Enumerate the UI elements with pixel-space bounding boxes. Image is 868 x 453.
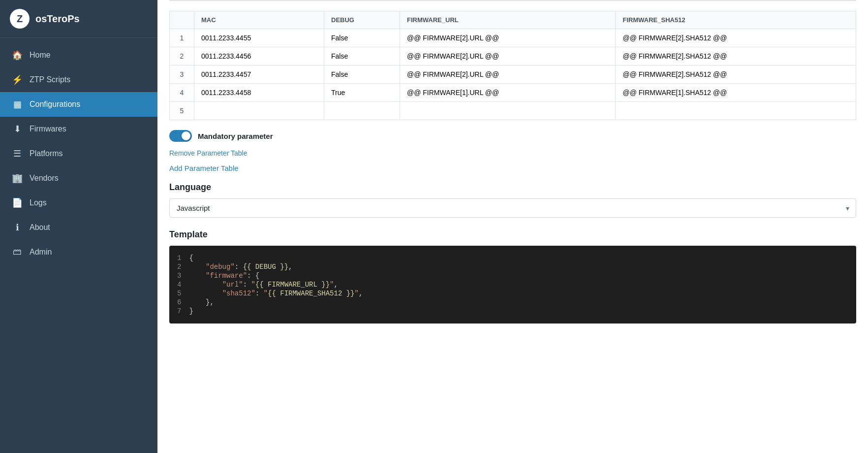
- sidebar-item-home[interactable]: 🏠 Home: [0, 43, 157, 67]
- row-mac: 0011.2233.4456: [194, 47, 324, 65]
- sidebar-item-vendors[interactable]: 🏢 Vendors: [0, 166, 157, 191]
- logs-icon: 📄: [12, 197, 23, 208]
- table-header: MAC DEBUG FIRMWARE_URL FIRMWARE_SHA512: [170, 11, 856, 29]
- row-fw-sha: @@ FIRMWARE[2].SHA512 @@: [616, 47, 856, 65]
- table-row[interactable]: 3 0011.2233.4457 False @@ FIRMWARE[2].UR…: [170, 65, 856, 84]
- line-number: 4: [169, 281, 189, 289]
- language-select-wrapper: JavascriptPythonBashJinja2 ▾: [169, 198, 856, 218]
- code-line: 1 {: [169, 254, 856, 262]
- sidebar-item-label-admin: Admin: [30, 248, 52, 257]
- sidebar-item-label-logs: Logs: [30, 198, 47, 207]
- code-line: 4 "url": "{{ FIRMWARE_URL }}",: [169, 280, 856, 289]
- remove-parameter-table-link[interactable]: Remove Parameter Table: [169, 149, 247, 157]
- line-content: {: [189, 254, 193, 262]
- home-icon: 🏠: [12, 50, 23, 61]
- main-content: MAC DEBUG FIRMWARE_URL FIRMWARE_SHA512 1…: [157, 0, 868, 453]
- line-content: }: [189, 307, 193, 315]
- sidebar-item-platforms[interactable]: ☰ Platforms: [0, 141, 157, 166]
- template-label: Template: [169, 229, 856, 240]
- table-row[interactable]: 1 0011.2233.4455 False @@ FIRMWARE[2].UR…: [170, 29, 856, 47]
- sidebar-item-admin[interactable]: 🗃 Admin: [0, 240, 157, 264]
- firmwares-icon: ⬇: [12, 124, 23, 134]
- row-fw-url: @@ FIRMWARE[2].URL @@: [400, 47, 616, 65]
- table-row[interactable]: 4 0011.2233.4458 True @@ FIRMWARE[1].URL…: [170, 84, 856, 102]
- sidebar-item-label-about: About: [30, 223, 50, 232]
- logo-icon: Z: [10, 9, 30, 29]
- line-number: 5: [169, 290, 189, 297]
- template-section: Template 1 { 2 "debug": {{ DEBUG }}, 3 "…: [169, 229, 856, 324]
- sidebar-item-ztp-scripts[interactable]: ⚡ ZTP Scripts: [0, 67, 157, 92]
- row-mac: [194, 102, 324, 120]
- sidebar-item-label-ztp-scripts: ZTP Scripts: [30, 75, 70, 84]
- row-num: 1: [170, 29, 194, 47]
- configurations-icon: ▦: [12, 99, 23, 110]
- table-body: 1 0011.2233.4455 False @@ FIRMWARE[2].UR…: [170, 29, 856, 120]
- about-icon: ℹ: [12, 222, 23, 233]
- mandatory-toggle[interactable]: [169, 130, 192, 142]
- line-number: 1: [169, 254, 189, 262]
- code-editor[interactable]: 1 { 2 "debug": {{ DEBUG }}, 3 "firmware"…: [169, 246, 856, 324]
- ztp-scripts-icon: ⚡: [12, 74, 23, 85]
- parameter-table: MAC DEBUG FIRMWARE_URL FIRMWARE_SHA512 1…: [169, 11, 856, 120]
- row-fw-url: @@ FIRMWARE[2].URL @@: [400, 29, 616, 47]
- sidebar-item-firmwares[interactable]: ⬇ Firmwares: [0, 117, 157, 141]
- row-num: 5: [170, 102, 194, 120]
- line-content: "firmware": {: [189, 272, 259, 280]
- platforms-icon: ☰: [12, 148, 23, 159]
- table-row[interactable]: 2 0011.2233.4456 False @@ FIRMWARE[2].UR…: [170, 47, 856, 65]
- row-fw-sha: [616, 102, 856, 120]
- sidebar-item-configurations[interactable]: ▦ Configurations: [0, 92, 157, 117]
- code-line: 6 },: [169, 298, 856, 307]
- language-label: Language: [169, 182, 856, 193]
- app-name: osTeroPs: [35, 13, 80, 25]
- vendors-icon: 🏢: [12, 173, 23, 184]
- line-content: "sha512": "{{ FIRMWARE_SHA512 }}",: [189, 290, 363, 297]
- toggle-thumb: [182, 131, 190, 140]
- col-mac: MAC: [194, 11, 324, 29]
- sidebar-logo: Z osTeroPs: [0, 0, 157, 38]
- line-number: 3: [169, 272, 189, 280]
- language-section: Language JavascriptPythonBashJinja2 ▾: [169, 182, 856, 218]
- row-fw-url: @@ FIRMWARE[1].URL @@: [400, 84, 616, 102]
- code-line: 3 "firmware": {: [169, 271, 856, 280]
- row-num: 4: [170, 84, 194, 102]
- toggle-track: [169, 130, 192, 142]
- add-parameter-table-link[interactable]: Add Parameter Table: [169, 164, 239, 172]
- admin-icon: 🗃: [12, 247, 23, 257]
- row-debug: False: [324, 65, 400, 84]
- line-number: 6: [169, 298, 189, 306]
- row-num: 2: [170, 47, 194, 65]
- line-number: 7: [169, 307, 189, 315]
- col-num: [170, 11, 194, 29]
- mandatory-label: Mandatory parameter: [198, 132, 273, 140]
- row-fw-sha: @@ FIRMWARE[1].SHA512 @@: [616, 84, 856, 102]
- table-header-row: MAC DEBUG FIRMWARE_URL FIRMWARE_SHA512: [170, 11, 856, 29]
- sidebar-item-about[interactable]: ℹ About: [0, 215, 157, 240]
- row-debug: [324, 102, 400, 120]
- line-content: "url": "{{ FIRMWARE_URL }}",: [189, 281, 338, 289]
- row-debug: True: [324, 84, 400, 102]
- line-number: 2: [169, 263, 189, 271]
- code-line: 5 "sha512": "{{ FIRMWARE_SHA512 }}",: [169, 289, 856, 298]
- row-fw-sha: @@ FIRMWARE[2].SHA512 @@: [616, 65, 856, 84]
- sidebar-nav: 🏠 Home ⚡ ZTP Scripts ▦ Configurations ⬇ …: [0, 38, 157, 453]
- row-mac: 0011.2233.4457: [194, 65, 324, 84]
- row-fw-sha: @@ FIRMWARE[2].SHA512 @@: [616, 29, 856, 47]
- language-select[interactable]: JavascriptPythonBashJinja2: [169, 198, 856, 218]
- row-fw-url: [400, 102, 616, 120]
- sidebar-item-label-configurations: Configurations: [30, 100, 80, 109]
- content-area: MAC DEBUG FIRMWARE_URL FIRMWARE_SHA512 1…: [157, 0, 868, 453]
- sidebar-item-logs[interactable]: 📄 Logs: [0, 191, 157, 215]
- line-content: },: [189, 298, 214, 306]
- mandatory-parameter-row: Mandatory parameter: [169, 130, 856, 142]
- col-firmware-sha512: FIRMWARE_SHA512: [616, 11, 856, 29]
- row-mac: 0011.2233.4455: [194, 29, 324, 47]
- sidebar-item-label-firmwares: Firmwares: [30, 125, 66, 133]
- table-row[interactable]: 5: [170, 102, 856, 120]
- code-line: 7 }: [169, 307, 856, 316]
- sidebar-item-label-platforms: Platforms: [30, 149, 63, 158]
- sidebar-item-label-home: Home: [30, 51, 51, 60]
- row-debug: False: [324, 29, 400, 47]
- col-debug: DEBUG: [324, 11, 400, 29]
- row-mac: 0011.2233.4458: [194, 84, 324, 102]
